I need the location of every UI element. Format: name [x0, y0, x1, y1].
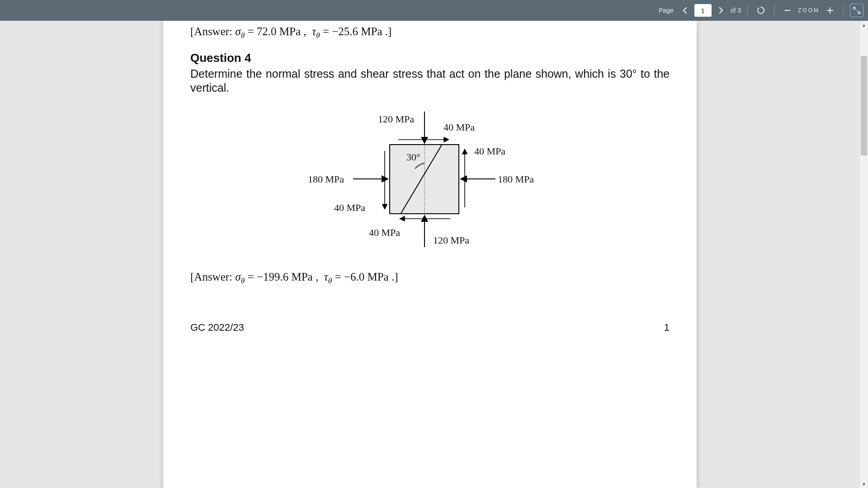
zoom-out-button[interactable] [781, 4, 794, 17]
rotate-icon [756, 6, 765, 15]
page-label: Page [659, 7, 674, 14]
caret-up-icon: ▲ [862, 23, 866, 28]
caret-down-icon: ▼ [862, 482, 866, 487]
minus-icon [784, 7, 791, 14]
toolbar-divider [747, 5, 748, 16]
angle-label: 30° [406, 151, 420, 163]
previous-answer-line: [Answer: σθ = 72.0 MPa , τθ = −25.6 MPa … [190, 25, 670, 40]
load-top: 120 MPa [378, 113, 414, 125]
rotate-button[interactable] [754, 4, 768, 17]
chevron-left-icon [682, 7, 688, 14]
page-number-input[interactable] [694, 4, 712, 17]
chevron-right-icon [718, 7, 724, 14]
zoom-in-button[interactable] [823, 4, 837, 17]
prev-page-button[interactable] [679, 5, 691, 16]
fullscreen-button[interactable] [850, 4, 863, 17]
shear-bottom-left: 40 MPa [369, 227, 400, 239]
footer-right: 1 [664, 322, 670, 333]
load-bottom: 120 MPa [433, 235, 469, 246]
question-title: Question 4 [190, 51, 670, 65]
page-count-label: of 3 [731, 7, 741, 14]
toolbar-divider [843, 5, 844, 16]
question-text: Determine the normal stress and shear st… [190, 67, 670, 95]
vertical-scrollbar[interactable]: ▲ ▼ [860, 21, 868, 488]
scroll-track[interactable] [860, 29, 868, 480]
stress-square [389, 144, 459, 214]
shear-top-right: 40 MPa [443, 122, 475, 133]
zoom-label: ZOOM [798, 7, 820, 14]
scroll-up-button[interactable]: ▲ [860, 21, 868, 29]
scroll-down-button[interactable]: ▼ [860, 480, 868, 488]
answer-line: [Answer: σθ = −199.6 MPa , τθ = −6.0 MPa… [190, 271, 670, 286]
document-viewport[interactable]: [Answer: σθ = 72.0 MPa , τθ = −25.6 MPa … [0, 21, 860, 488]
scroll-thumb[interactable] [861, 56, 867, 155]
pdf-page: [Answer: σθ = 72.0 MPa , τθ = −25.6 MPa … [163, 21, 697, 488]
svg-line-3 [854, 7, 856, 10]
load-left: 180 MPa [308, 174, 344, 185]
fullscreen-icon [853, 7, 860, 14]
svg-line-4 [857, 11, 860, 14]
plus-icon [826, 7, 834, 14]
stress-element-figure: 30° 120 MPa 120 MPa 180 MPa 180 MPa 40 M… [294, 103, 566, 248]
toolbar-divider [774, 5, 774, 16]
shear-left: 40 MPa [334, 202, 365, 214]
footer-left: GC 2022/23 [190, 322, 244, 333]
shear-right: 40 MPa [474, 145, 505, 157]
page-footer: GC 2022/23 1 [190, 322, 670, 333]
load-right: 180 MPa [498, 174, 534, 185]
next-page-button[interactable] [715, 5, 727, 16]
pdf-toolbar: Page of 3 ZOOM [0, 0, 868, 21]
